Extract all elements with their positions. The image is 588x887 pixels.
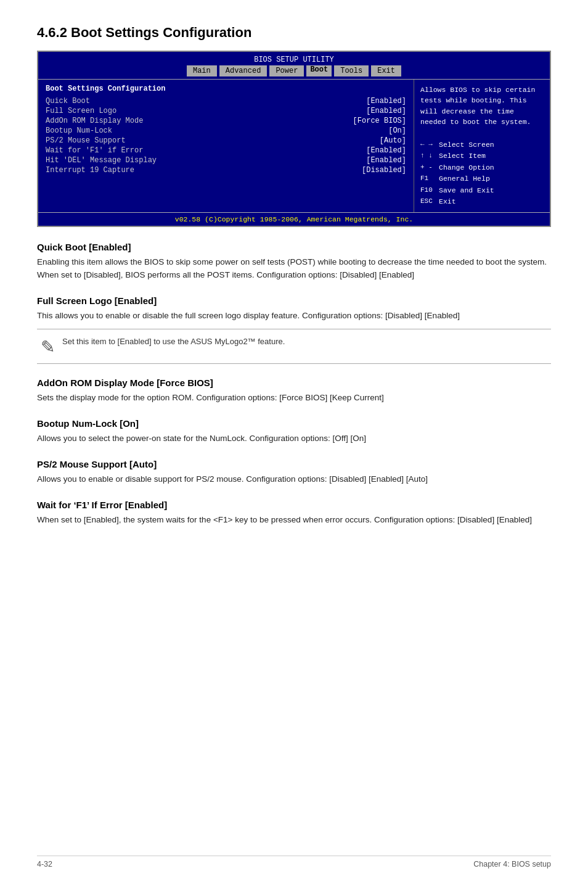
- bios-item-label: PS/2 Mouse Support: [46, 136, 126, 145]
- bios-keys: ← →Select Screen↑ ↓Select Item+ -Change …: [420, 139, 544, 207]
- bios-key-label: Exit: [439, 196, 456, 207]
- footer-page-number: 4-32: [37, 860, 52, 868]
- section-heading-quick-boot: Quick Boot [Enabled]: [37, 242, 551, 252]
- section-heading-ps2-mouse: PS/2 Mouse Support [Auto]: [37, 459, 551, 469]
- section-body-bootup-numlock: Allows you to select the power-on state …: [37, 432, 551, 445]
- bios-tab-tools[interactable]: Tools: [334, 65, 369, 76]
- section-body-full-screen-logo: This allows you to enable or disable the…: [37, 310, 551, 323]
- section-full-screen-logo: Full Screen Logo [Enabled]This allows yo…: [37, 295, 551, 364]
- bios-key-sym: F1: [420, 173, 439, 184]
- section-addon-rom: AddOn ROM Display Mode [Force BIOS]Sets …: [37, 377, 551, 405]
- section-quick-boot: Quick Boot [Enabled]Enabling this item a…: [37, 242, 551, 282]
- bios-setup-box: BIOS SETUP UTILITY Main Advanced Power B…: [37, 51, 551, 227]
- section-heading-addon-rom: AddOn ROM Display Mode [Force BIOS]: [37, 377, 551, 388]
- bios-tabs: Main Advanced Power Boot Tools Exit: [38, 64, 550, 79]
- bios-item-row[interactable]: PS/2 Mouse Support[Auto]: [46, 136, 406, 145]
- bios-item-label: AddOn ROM Display Mode: [46, 117, 143, 125]
- bios-header: BIOS SETUP UTILITY: [38, 52, 550, 64]
- bios-item-label: Bootup Num-Lock: [46, 126, 112, 135]
- bios-key-row: F1General Help: [420, 173, 544, 184]
- bios-item-label: Wait for 'F1' if Error: [46, 146, 143, 155]
- bios-item-row[interactable]: Bootup Num-Lock[On]: [46, 126, 406, 135]
- bios-item-value: [Enabled]: [366, 156, 406, 165]
- bios-key-label: Select Screen: [439, 139, 494, 151]
- section-heading-wait-f1: Wait for ‘F1’ If Error [Enabled]: [37, 500, 551, 510]
- bios-item-row[interactable]: Hit 'DEL' Message Display[Enabled]: [46, 156, 406, 165]
- bios-item-value: [Force BIOS]: [353, 117, 406, 125]
- note-pencil-icon: ✎: [41, 337, 55, 357]
- bios-item-value: [On]: [388, 126, 406, 135]
- section-body-wait-f1: When set to [Enabled], the system waits …: [37, 514, 551, 527]
- bios-key-sym: ← →: [420, 139, 439, 151]
- bios-items-list: Quick Boot[Enabled]Full Screen Logo[Enab…: [46, 97, 406, 175]
- bios-key-row: ESCExit: [420, 196, 544, 207]
- bios-item-row[interactable]: Full Screen Logo[Enabled]: [46, 107, 406, 115]
- section-body-addon-rom: Sets the display mode for the option ROM…: [37, 392, 551, 405]
- bios-item-row[interactable]: Wait for 'F1' if Error[Enabled]: [46, 146, 406, 155]
- bios-item-label: Full Screen Logo: [46, 107, 116, 115]
- page-footer: 4-32 Chapter 4: BIOS setup: [37, 856, 551, 868]
- bios-key-sym: + -: [420, 162, 439, 173]
- bios-help-text: Allows BIOS to skip certain tests while …: [420, 85, 544, 127]
- footer-chapter: Chapter 4: BIOS setup: [473, 860, 551, 868]
- bios-item-value: [Disabled]: [362, 166, 406, 175]
- bios-content: Boot Settings Configuration Quick Boot[E…: [38, 79, 550, 212]
- bios-item-value: [Auto]: [380, 136, 406, 145]
- page-title: 4.6.2 Boot Settings Configuration: [37, 25, 551, 41]
- bios-key-sym: ESC: [420, 196, 439, 207]
- section-body-quick-boot: Enabling this item allows the BIOS to sk…: [37, 256, 551, 282]
- bios-left-panel: Boot Settings Configuration Quick Boot[E…: [38, 80, 414, 212]
- bios-item-value: [Enabled]: [366, 97, 406, 105]
- bios-key-label: Select Item: [439, 151, 486, 162]
- bios-item-value: [Enabled]: [366, 107, 406, 115]
- section-bootup-numlock: Bootup Num-Lock [On]Allows you to select…: [37, 418, 551, 445]
- bios-key-label: Change Option: [439, 162, 494, 173]
- bios-item-label: Interrupt 19 Capture: [46, 166, 134, 175]
- sections-container: Quick Boot [Enabled]Enabling this item a…: [37, 242, 551, 526]
- section-body-ps2-mouse: Allows you to enable or disable support …: [37, 473, 551, 486]
- bios-item-row[interactable]: Quick Boot[Enabled]: [46, 97, 406, 105]
- bios-section-title: Boot Settings Configuration: [46, 85, 406, 93]
- note-box: ✎Set this item to [Enabled] to use the A…: [37, 329, 551, 364]
- bios-footer: v02.58 (C)Copyright 1985-2006, American …: [38, 212, 550, 226]
- bios-key-sym: ↑ ↓: [420, 151, 439, 162]
- note-text: Set this item to [Enabled] to use the AS…: [62, 336, 285, 348]
- bios-tab-advanced[interactable]: Advanced: [219, 65, 267, 76]
- bios-tab-boot[interactable]: Boot: [306, 65, 332, 76]
- bios-right-panel: Allows BIOS to skip certain tests while …: [414, 80, 550, 212]
- bios-item-row[interactable]: Interrupt 19 Capture[Disabled]: [46, 166, 406, 175]
- section-ps2-mouse: PS/2 Mouse Support [Auto]Allows you to e…: [37, 459, 551, 486]
- bios-item-label: Quick Boot: [46, 97, 90, 105]
- section-wait-f1: Wait for ‘F1’ If Error [Enabled]When set…: [37, 500, 551, 527]
- bios-item-label: Hit 'DEL' Message Display: [46, 156, 157, 165]
- bios-key-label: General Help: [439, 173, 490, 184]
- section-heading-bootup-numlock: Bootup Num-Lock [On]: [37, 418, 551, 429]
- bios-key-row: F10Save and Exit: [420, 185, 544, 196]
- bios-tab-exit[interactable]: Exit: [371, 65, 401, 76]
- bios-tab-power[interactable]: Power: [269, 65, 304, 76]
- bios-item-row[interactable]: AddOn ROM Display Mode[Force BIOS]: [46, 117, 406, 125]
- bios-title-text: BIOS SETUP UTILITY: [254, 56, 334, 64]
- bios-key-row: + -Change Option: [420, 162, 544, 173]
- bios-key-sym: F10: [420, 185, 439, 196]
- bios-tab-main[interactable]: Main: [187, 65, 217, 76]
- bios-key-row: ↑ ↓Select Item: [420, 151, 544, 162]
- section-heading-full-screen-logo: Full Screen Logo [Enabled]: [37, 295, 551, 306]
- bios-key-row: ← →Select Screen: [420, 139, 544, 151]
- bios-item-value: [Enabled]: [366, 146, 406, 155]
- bios-key-label: Save and Exit: [439, 185, 494, 196]
